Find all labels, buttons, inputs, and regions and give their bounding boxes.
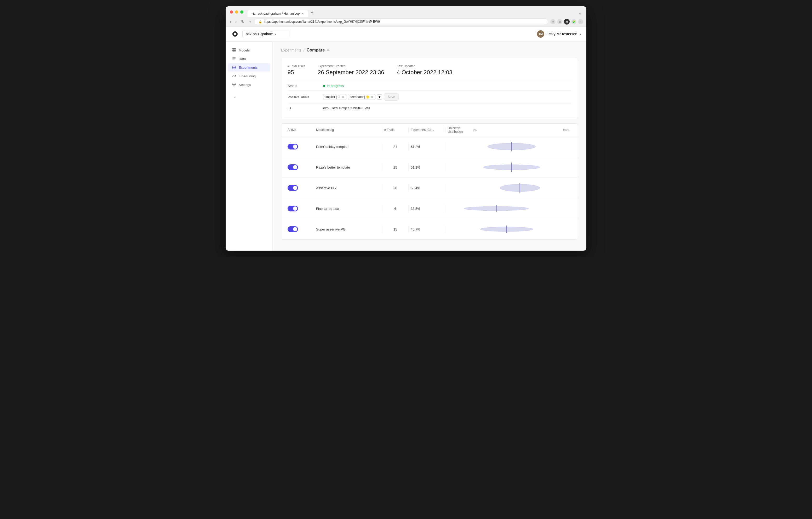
app-header: ask-paul-graham ▾ TM Testy McTesterson ▾ [226, 27, 586, 41]
close-button[interactable] [230, 10, 233, 13]
tab-close-button[interactable]: ✕ [302, 12, 304, 15]
sidebar-item-experiments[interactable]: Experiments [228, 63, 270, 71]
main-content: Experiments / Compare ✏ # Total Trials 9… [273, 41, 586, 251]
svg-rect-0 [232, 48, 234, 50]
label-1-remove[interactable]: ✕ [342, 95, 344, 99]
sidebar-item-finetuning[interactable]: Fine-tuning [228, 72, 270, 80]
breadcrumb-current: Compare [307, 48, 325, 53]
svg-rect-6 [232, 60, 234, 60]
model-name-5: Super assertive PG [314, 227, 382, 231]
expand-icon[interactable]: ⌄ [578, 10, 582, 16]
home-button[interactable]: ⌂ [248, 19, 252, 25]
data-label: Data [239, 57, 246, 61]
data-icon [232, 57, 236, 61]
svg-point-8 [233, 67, 235, 68]
experiment-info-card: # Total Trials 95 Experiment Created 26 … [281, 58, 578, 119]
table-row: Assertive PG 28 60.4% [281, 178, 578, 199]
sidebar-item-models[interactable]: Models [228, 46, 270, 54]
col-trials-header: # Trials [382, 128, 408, 132]
project-selector[interactable]: ask-paul-graham ▾ [242, 30, 289, 38]
active-tab[interactable]: HL ask-paul-graham / Humanloop ✕ [248, 10, 308, 17]
url-bar[interactable]: 🔒 https://app.humanloop.com/llama/2141/e… [254, 19, 548, 25]
dropdown-icon: ▾ [379, 95, 380, 99]
toggle-5[interactable] [288, 226, 298, 232]
extension-icon[interactable]: 🧩 [571, 19, 576, 24]
created-value: 26 September 2022 23:36 [318, 69, 384, 76]
forward-button[interactable]: › [234, 19, 238, 25]
svg-rect-1 [234, 48, 236, 50]
labels-dropdown[interactable]: ▾ [377, 94, 382, 99]
sidebar: Models Data Experiments [226, 41, 273, 251]
score-4: 38.5% [409, 207, 445, 211]
label-2-remove[interactable]: ✕ [371, 95, 373, 99]
svg-point-7 [232, 66, 236, 69]
save-button[interactable]: Save [384, 93, 399, 101]
user-icon[interactable]: M [564, 19, 570, 25]
model-name-4: Fine-tuned-ada [314, 207, 382, 211]
label-tag-2: feedback | 🌟 ✕ [348, 94, 375, 100]
toggle-4[interactable] [288, 206, 298, 211]
settings-icon [232, 83, 236, 87]
sidebar-item-data[interactable]: Data [228, 55, 270, 63]
user-avatar: TM [537, 30, 544, 38]
sidebar-item-settings[interactable]: Settings [228, 81, 270, 89]
toggle-3[interactable] [288, 185, 298, 191]
menu-icon[interactable]: ⋮ [578, 19, 583, 24]
col-score-header: Experiment Co... [409, 128, 445, 132]
experiments-table: Active Model config # Trials Experiment … [281, 123, 578, 240]
svg-rect-2 [232, 51, 234, 52]
maximize-button[interactable] [240, 10, 243, 13]
url-text: https://app.humanloop.com/llama/2141/exp… [264, 20, 380, 24]
col-active-header: Active [288, 128, 314, 132]
dist-max-label: 100% [562, 129, 570, 131]
col-model-header: Model config [314, 128, 382, 132]
violin-4 [447, 203, 572, 214]
toggle-2[interactable] [288, 164, 298, 170]
updated-label: Last Updated [397, 64, 453, 68]
back-button[interactable]: ‹ [229, 19, 232, 25]
status-row: Status In progress [288, 81, 572, 90]
svg-rect-5 [232, 59, 236, 59]
breadcrumb-separator: / [303, 48, 304, 52]
status-label: Status [288, 84, 319, 88]
app-logo [231, 30, 239, 38]
bookmark-icon[interactable]: ☆ [557, 19, 562, 24]
id-row: ID exp_GoYHKYljCSiFhk-tP-EW9 [288, 103, 572, 113]
dist-min-label: 0% [473, 129, 477, 131]
breadcrumb-parent[interactable]: Experiments [281, 48, 301, 52]
score-3: 60.4% [409, 186, 445, 190]
edit-icon[interactable]: ✏ [327, 48, 330, 52]
sidebar-collapse-button[interactable]: « [230, 93, 268, 101]
svg-rect-4 [232, 58, 236, 58]
col-dist-header: Objective distribution [447, 126, 471, 133]
violin-1 [447, 141, 572, 152]
project-name: ask-paul-graham [246, 32, 273, 36]
model-name-3: Assertive PG [314, 186, 382, 190]
new-tab-button[interactable]: + [309, 9, 316, 17]
trials-4: 6 [382, 207, 408, 211]
tab-favicon: HL [252, 12, 255, 15]
share-icon[interactable]: ⬆ [550, 19, 555, 24]
models-icon [232, 48, 236, 52]
settings-label: Settings [239, 83, 251, 87]
id-value: exp_GoYHKYljCSiFhk-tP-EW9 [323, 106, 370, 110]
tab-title: ask-paul-graham / Humanloop [258, 12, 299, 16]
trials-2: 25 [382, 165, 408, 169]
status-badge: In progress [323, 84, 344, 88]
created-label: Experiment Created [318, 64, 384, 68]
svg-point-9 [233, 84, 235, 86]
score-2: 51.1% [409, 165, 445, 169]
positive-labels-label: Positive labels [288, 95, 319, 99]
id-label: ID [288, 106, 319, 110]
violin-2 [447, 161, 572, 173]
trials-5: 15 [382, 227, 408, 231]
stats-row: # Total Trials 95 Experiment Created 26 … [288, 64, 572, 76]
models-label: Models [239, 48, 250, 52]
toggle-1[interactable] [288, 144, 298, 150]
experiments-icon [232, 65, 236, 69]
address-bar: ‹ › ↻ ⌂ 🔒 https://app.humanloop.com/llam… [226, 17, 586, 27]
user-chevron-icon[interactable]: ▾ [580, 33, 581, 35]
minimize-button[interactable] [235, 10, 238, 13]
reload-button[interactable]: ↻ [240, 19, 245, 25]
chevron-down-icon: ▾ [275, 33, 276, 35]
